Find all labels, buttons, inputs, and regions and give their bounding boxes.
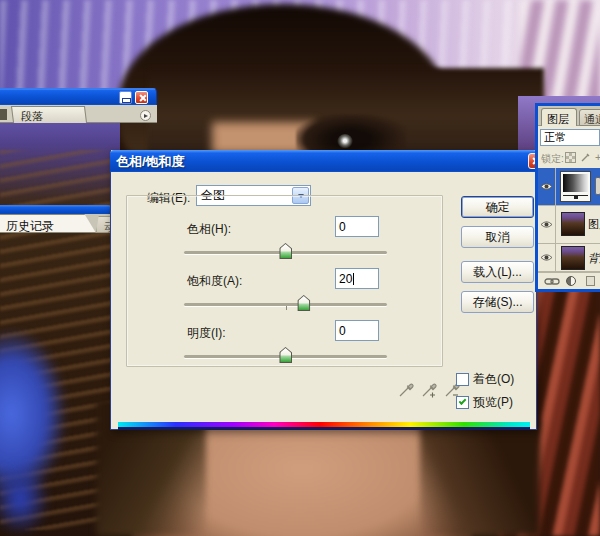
visibility-eye-icon[interactable]: [538, 206, 556, 243]
slider-center-tick: [286, 306, 287, 310]
character-tab-fragment[interactable]: [0, 109, 7, 120]
history-palette-titlebar[interactable]: [0, 205, 112, 214]
preview-label: 预览(P): [473, 394, 513, 411]
close-icon[interactable]: [135, 91, 148, 104]
history-actions-palette: 历史记录 动作: [0, 205, 118, 233]
saturation-slider-thumb[interactable]: [297, 295, 310, 311]
load-button[interactable]: 载入(L)...: [461, 261, 534, 283]
lightness-slider-thumb[interactable]: [279, 347, 292, 363]
thumb-face: [280, 244, 291, 258]
blend-mode-value: 正常: [544, 130, 566, 145]
x-glyph: [139, 95, 145, 101]
saturation-input[interactable]: 20: [335, 268, 379, 289]
layer-list: 图层 1 背景: [538, 168, 600, 272]
hue-spectrum-bar-secondary: [118, 427, 530, 430]
hue-input[interactable]: 0: [335, 216, 379, 237]
lightness-input[interactable]: 0: [335, 320, 379, 341]
preview-row: 预览(P): [456, 394, 513, 411]
history-palette-tabs: 历史记录 动作: [0, 214, 118, 233]
thumbnail-slider: [563, 195, 588, 196]
adjustment-layer-thumbnail[interactable]: [560, 171, 591, 202]
lightness-slider[interactable]: [184, 355, 387, 358]
layers-palette-footer: [538, 272, 600, 289]
tab-paragraph[interactable]: 段落: [11, 106, 87, 123]
palette-menu-icon[interactable]: [140, 110, 151, 121]
text-caret: [353, 273, 354, 285]
hue-slider[interactable]: [184, 251, 387, 254]
visibility-eye-icon[interactable]: [538, 244, 556, 271]
colorize-row: 着色(O): [456, 371, 514, 388]
thumb-face: [298, 296, 309, 310]
layer-row-adjustment[interactable]: [538, 168, 600, 206]
hue-value: 0: [339, 220, 346, 234]
hue-saturation-dialog: 色相/饱和度 编辑(E): 全图 色相(H): 0 饱和度(A): 20: [110, 150, 537, 430]
lock-row: 锁定: +: [538, 148, 600, 168]
link-layers-icon[interactable]: [544, 277, 560, 286]
ok-button[interactable]: 确定: [461, 196, 534, 218]
layers-palette: 图层 通道 正常 锁定: +: [535, 103, 600, 292]
preview-checkbox[interactable]: [456, 396, 469, 409]
paragraph-palette-tabs: 段落: [0, 105, 157, 123]
layer-name: 图层 1: [588, 217, 600, 232]
minimize-icon[interactable]: [119, 91, 132, 104]
photo-eye: [337, 134, 353, 149]
eyedropper-icon[interactable]: [398, 381, 415, 398]
check-icon: [459, 398, 467, 406]
lock-label: 锁定:: [541, 152, 564, 166]
photoshop-workspace: 段落 历史记录 动作 色相/饱和度 编辑(E): 全图 色相(H): 0: [0, 0, 600, 536]
paragraph-palette: 段落: [0, 88, 157, 123]
eyedropper-plus-icon[interactable]: [421, 381, 438, 398]
colorize-checkbox[interactable]: [456, 373, 469, 386]
dialog-title: 色相/饱和度: [116, 153, 185, 171]
photo-blue-light-bottom: [0, 462, 50, 536]
photo-hair-bottom-right: [420, 420, 540, 536]
tab-layers[interactable]: 图层: [541, 108, 577, 126]
saturation-slider[interactable]: [184, 303, 387, 306]
tab-paragraph-label: 段落: [13, 107, 85, 124]
hue-slider-thumb[interactable]: [279, 243, 292, 259]
lightness-value: 0: [339, 324, 346, 338]
blend-mode-row: 正常: [538, 126, 600, 148]
thumbnail-gradient: [563, 174, 588, 192]
dialog-titlebar[interactable]: 色相/饱和度: [110, 150, 537, 172]
cancel-button[interactable]: 取消: [461, 226, 534, 248]
lock-transparency-icon[interactable]: [565, 152, 576, 163]
adjustment-layer-icon[interactable]: [566, 276, 576, 286]
new-layer-icon[interactable]: [586, 276, 595, 286]
group-box: [126, 195, 443, 367]
layer-thumbnail[interactable]: [561, 246, 585, 270]
layer-name: 背景: [588, 251, 600, 266]
colorize-label: 着色(O): [473, 371, 514, 388]
layer-mask-thumbnail[interactable]: [595, 177, 600, 195]
lock-position-icon[interactable]: +: [595, 151, 600, 162]
visibility-eye-icon[interactable]: [538, 168, 556, 205]
tab-channels[interactable]: 通道: [579, 109, 600, 126]
layers-palette-tabs: 图层 通道: [538, 106, 600, 126]
saturation-value: 20: [339, 272, 352, 286]
hue-label: 色相(H):: [187, 221, 231, 238]
lightness-label: 明度(I):: [187, 325, 226, 342]
paragraph-palette-titlebar[interactable]: [0, 88, 157, 105]
tab-history[interactable]: 历史记录: [0, 214, 96, 233]
layer-row-background[interactable]: 背景: [538, 244, 600, 272]
thumb-face: [280, 348, 291, 362]
saturation-label: 饱和度(A):: [187, 273, 242, 290]
layer-thumbnail[interactable]: [561, 212, 585, 236]
blend-mode-select[interactable]: 正常: [540, 129, 600, 146]
lock-paint-icon[interactable]: [580, 152, 591, 163]
save-button[interactable]: 存储(S)...: [461, 291, 534, 313]
layer-row-layer1[interactable]: 图层 1: [538, 206, 600, 244]
